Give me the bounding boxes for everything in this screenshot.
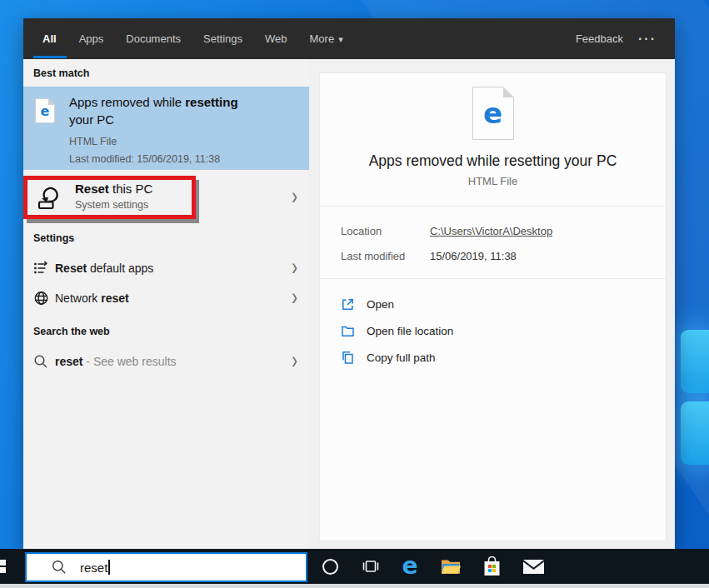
text-cursor bbox=[108, 560, 110, 575]
best-match-header: Best match bbox=[23, 59, 309, 87]
modified-label: Last modified bbox=[341, 250, 430, 263]
task-view-icon bbox=[362, 558, 379, 575]
html-file-icon-large: e bbox=[472, 87, 514, 140]
result-label: Network reset bbox=[55, 292, 129, 305]
cortana-button[interactable] bbox=[313, 549, 347, 584]
preview-title: Apps removed while resetting your PC bbox=[320, 152, 666, 170]
screen-edge-strip bbox=[0, 584, 709, 588]
active-tab-underline bbox=[33, 56, 67, 58]
start-button[interactable] bbox=[0, 560, 6, 573]
result-last-modified: Last modified: 15/06/2019, 11:38 bbox=[69, 151, 238, 168]
search-icon bbox=[33, 354, 48, 369]
action-open-file-location[interactable]: Open file location bbox=[341, 317, 654, 344]
results-list: Best match e Apps removed while resettin… bbox=[23, 59, 309, 549]
cortana-icon bbox=[322, 559, 338, 575]
chevron-right-icon: › bbox=[292, 282, 297, 310]
task-view-button[interactable] bbox=[354, 549, 387, 584]
preview-card: e Apps removed while resetting your PC H… bbox=[319, 72, 667, 541]
search-filter-bar: All Apps Documents Settings Web More▾ Fe… bbox=[23, 18, 675, 59]
annotation-box bbox=[23, 176, 196, 219]
feedback-button[interactable]: Feedback bbox=[576, 18, 623, 59]
chevron-right-icon: › bbox=[292, 182, 297, 209]
chevron-down-icon: ▾ bbox=[338, 34, 343, 44]
copy-icon bbox=[341, 351, 355, 365]
mail-button[interactable] bbox=[517, 549, 550, 584]
location-link[interactable]: C:\Users\VictorA\Desktop bbox=[430, 225, 552, 238]
preview-file-type: HTML File bbox=[320, 175, 666, 187]
result-title-line2: your PC bbox=[69, 111, 238, 128]
folder-location-icon bbox=[341, 324, 355, 338]
result-title: Apps removed while resetting bbox=[69, 93, 238, 111]
tab-documents[interactable]: Documents bbox=[126, 32, 181, 45]
chevron-right-icon: › bbox=[292, 346, 297, 373]
tab-settings[interactable]: Settings bbox=[203, 32, 242, 45]
result-web-search[interactable]: reset - See web results › bbox=[23, 346, 309, 376]
settings-section-header: Settings bbox=[23, 220, 309, 253]
overflow-menu-button[interactable]: ··· bbox=[638, 18, 657, 59]
tab-all[interactable]: All bbox=[42, 32, 57, 45]
chevron-right-icon: › bbox=[292, 252, 297, 280]
detail-row-location: Location C:\Users\VictorA\Desktop bbox=[341, 225, 654, 238]
preview-pane: e Apps removed while resetting your PC H… bbox=[309, 59, 675, 549]
result-label: reset - See web results bbox=[55, 355, 177, 368]
open-icon bbox=[341, 297, 355, 311]
result-apps-removed-file[interactable]: e Apps removed while resetting your PC H… bbox=[23, 87, 309, 170]
file-explorer-icon bbox=[441, 559, 461, 575]
edge-icon: e bbox=[402, 555, 418, 578]
reset-default-apps-icon bbox=[33, 261, 49, 277]
desktop-screen: All Apps Documents Settings Web More▾ Fe… bbox=[0, 0, 709, 588]
search-icon bbox=[52, 560, 67, 575]
detail-row-modified: Last modified 15/06/2019, 11:38 bbox=[341, 250, 654, 263]
file-explorer-button[interactable] bbox=[434, 549, 467, 584]
search-flyout: All Apps Documents Settings Web More▾ Fe… bbox=[23, 18, 675, 549]
windows-logo-icon bbox=[0, 560, 6, 566]
result-reset-default-apps[interactable]: Reset default apps › bbox=[23, 253, 309, 283]
taskbar: reset e bbox=[0, 549, 709, 584]
html-file-icon: e bbox=[35, 98, 55, 123]
result-label: Reset default apps bbox=[55, 262, 153, 275]
location-label: Location bbox=[341, 225, 430, 238]
mail-icon bbox=[523, 560, 544, 574]
result-network-reset[interactable]: Network reset › bbox=[23, 283, 309, 313]
store-button[interactable] bbox=[475, 549, 508, 584]
tab-apps[interactable]: Apps bbox=[79, 32, 104, 45]
file-details: Location C:\Users\VictorA\Desktop Last m… bbox=[320, 207, 666, 279]
globe-icon bbox=[33, 291, 49, 306]
wallpaper-window-pane bbox=[681, 401, 709, 465]
action-open[interactable]: Open bbox=[341, 291, 654, 317]
edge-taskbar-button[interactable]: e bbox=[393, 549, 427, 584]
store-icon bbox=[483, 556, 501, 576]
action-copy-full-path[interactable]: Copy full path bbox=[341, 344, 654, 371]
file-header: e Apps removed while resetting your PC H… bbox=[320, 73, 666, 207]
result-file-type: HTML File bbox=[69, 133, 238, 151]
wallpaper-window-pane bbox=[681, 330, 709, 393]
modified-value: 15/06/2019, 11:38 bbox=[430, 250, 517, 263]
taskbar-search-box[interactable]: reset bbox=[25, 552, 307, 582]
search-query-text: reset bbox=[80, 560, 110, 575]
tab-web[interactable]: Web bbox=[265, 32, 287, 45]
search-web-section-header: Search the web bbox=[23, 313, 309, 346]
wallpaper-window-glow bbox=[681, 326, 709, 470]
file-actions: Open Open file location bbox=[320, 279, 666, 379]
windows-logo-icon bbox=[0, 567, 6, 573]
tab-more[interactable]: More▾ bbox=[310, 32, 343, 45]
